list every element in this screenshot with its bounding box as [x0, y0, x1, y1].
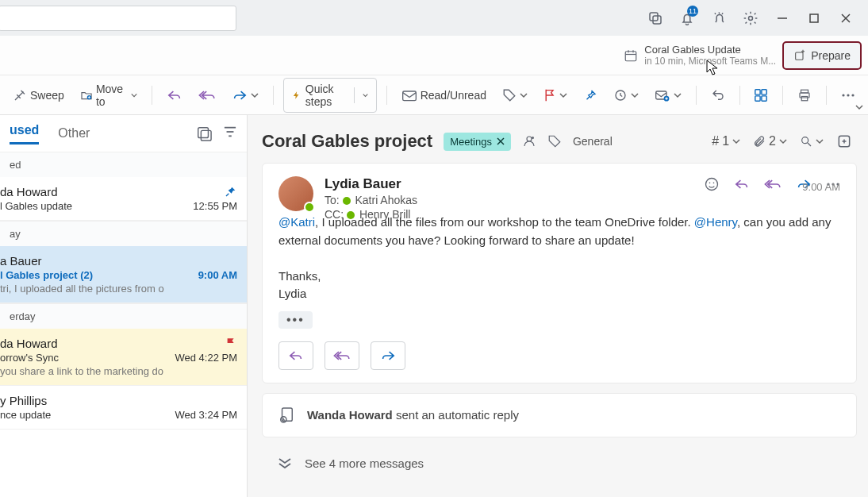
svg-rect-18 [762, 89, 766, 94]
svg-rect-11 [796, 52, 803, 60]
inbox-tabs: used Other [0, 115, 247, 152]
avatar[interactable] [278, 176, 313, 211]
popout-button[interactable] [836, 133, 852, 149]
svg-point-37 [802, 137, 808, 144]
moveto-button[interactable]: Move to [75, 79, 142, 111]
svg-rect-13 [402, 91, 416, 101]
autoreply-card[interactable]: Wanda Howard sent an automatic reply [262, 393, 857, 437]
mention[interactable]: @Katri [278, 215, 315, 229]
reading-pane: Coral Gables project Meetings General #1… [248, 115, 868, 497]
presence-indicator [304, 202, 315, 213]
group-header[interactable]: ed [0, 152, 247, 177]
reminder-bar: Coral Gables Update in 10 min, Microsoft… [0, 36, 868, 75]
tab-other[interactable]: Other [58, 126, 90, 141]
svg-rect-20 [762, 95, 766, 100]
prepare-button[interactable]: Prepare [782, 41, 862, 70]
autoreply-icon [278, 406, 294, 424]
svg-rect-28 [201, 130, 211, 141]
more-button[interactable] [836, 90, 860, 101]
svg-rect-27 [198, 128, 209, 138]
reply-all-button[interactable] [194, 86, 221, 105]
minimize-button[interactable] [766, 2, 798, 34]
message-body: @Katri, I uploaded all the files from ou… [278, 214, 840, 303]
title-bar: 11 [0, 0, 868, 36]
settings-icon[interactable] [735, 2, 766, 34]
tag-button[interactable] [497, 85, 532, 106]
svg-rect-4 [810, 14, 818, 22]
attachments-count[interactable]: 2 [753, 134, 787, 148]
quicksteps-button[interactable]: Quick steps [283, 78, 377, 113]
reminder-text[interactable]: Coral Gables Update in 10 min, Microsoft… [644, 44, 776, 67]
svg-point-44 [713, 183, 715, 184]
notifications-icon[interactable]: 11 [671, 2, 703, 34]
to-recipient[interactable]: Katri Ahokas [355, 194, 417, 206]
forward-button[interactable] [227, 86, 263, 105]
reply-button[interactable] [162, 86, 187, 105]
prepare-icon [793, 49, 806, 62]
flag-icon [225, 337, 237, 349]
svg-point-43 [709, 183, 711, 184]
teams-icon[interactable] [522, 134, 536, 148]
svg-point-2 [749, 16, 753, 20]
email-subject: Coral Gables project [262, 131, 432, 152]
list-item[interactable]: y Phillips nce updateWed 3:24 PM [0, 386, 247, 430]
expand-body-button[interactable]: ••• [278, 311, 313, 329]
svg-rect-19 [755, 95, 760, 100]
chevron-down-icon [131, 91, 137, 99]
svg-point-42 [706, 179, 718, 191]
reminder-subtitle: in 10 min, Microsoft Teams M... [644, 56, 776, 67]
svg-line-38 [808, 143, 811, 146]
close-button[interactable] [830, 2, 862, 34]
copilot-icon[interactable] [639, 2, 671, 34]
print-button[interactable] [793, 85, 816, 106]
close-icon[interactable] [497, 137, 505, 145]
rules-button[interactable] [650, 85, 686, 106]
quick-forward-button[interactable] [371, 341, 405, 370]
group-header[interactable]: ay [0, 221, 247, 246]
chevron-down-icon [363, 91, 368, 99]
search-input[interactable] [0, 6, 236, 31]
immersive-reader-button[interactable] [749, 85, 773, 106]
reply-icon[interactable] [734, 178, 750, 191]
category-tag[interactable]: Meetings [444, 133, 511, 151]
undo-button[interactable] [706, 85, 730, 106]
sender-name[interactable]: Lydia Bauer [325, 176, 417, 192]
quick-reply-all-button[interactable] [325, 341, 359, 370]
ribbon-expand-icon[interactable] [855, 103, 863, 111]
see-more-button[interactable]: See 4 more messages [262, 447, 857, 480]
filter-icon[interactable] [223, 125, 237, 138]
message-list: used Other ed da Howard l Gables update1… [0, 115, 248, 497]
pin-icon [225, 185, 237, 198]
list-item[interactable]: a Bauer l Gables project (2)9:00 AM tri,… [0, 246, 247, 303]
snooze-button[interactable] [609, 85, 643, 106]
svg-point-25 [847, 94, 849, 96]
command-toolbar: Sweep Move to Quick steps Read/Unread [0, 75, 868, 115]
tag-icon[interactable] [547, 134, 562, 148]
svg-point-24 [842, 94, 844, 96]
reply-all-icon[interactable] [764, 178, 782, 191]
group-header[interactable]: erday [0, 303, 247, 329]
list-item[interactable]: da Howard orrow's SyncWed 4:22 PM you sh… [0, 329, 247, 386]
svg-rect-7 [626, 51, 637, 60]
mention[interactable]: @Henry [694, 215, 737, 229]
tab-focused[interactable]: used [10, 123, 39, 144]
maximize-button[interactable] [798, 2, 830, 34]
zoom-button[interactable] [800, 135, 824, 148]
svg-point-36 [532, 137, 534, 139]
svg-point-26 [851, 94, 854, 96]
svg-rect-17 [755, 89, 760, 94]
quick-reply-button[interactable] [278, 341, 313, 370]
readunread-button[interactable]: Read/Unread [397, 86, 491, 105]
notifications-badge: 11 [687, 6, 698, 17]
calendar-icon [624, 48, 638, 63]
thread-count[interactable]: #1 [712, 134, 740, 148]
whats-new-icon[interactable] [703, 2, 735, 34]
chevron-down-icon [251, 91, 259, 99]
react-icon[interactable] [704, 176, 720, 192]
flag-button[interactable] [539, 85, 572, 106]
sweep-button[interactable]: Sweep [8, 85, 69, 106]
pin-button[interactable] [578, 85, 602, 106]
svg-line-32 [226, 194, 229, 196]
list-item[interactable]: da Howard l Gables update12:55 PM [0, 177, 247, 221]
select-icon[interactable] [196, 125, 212, 141]
